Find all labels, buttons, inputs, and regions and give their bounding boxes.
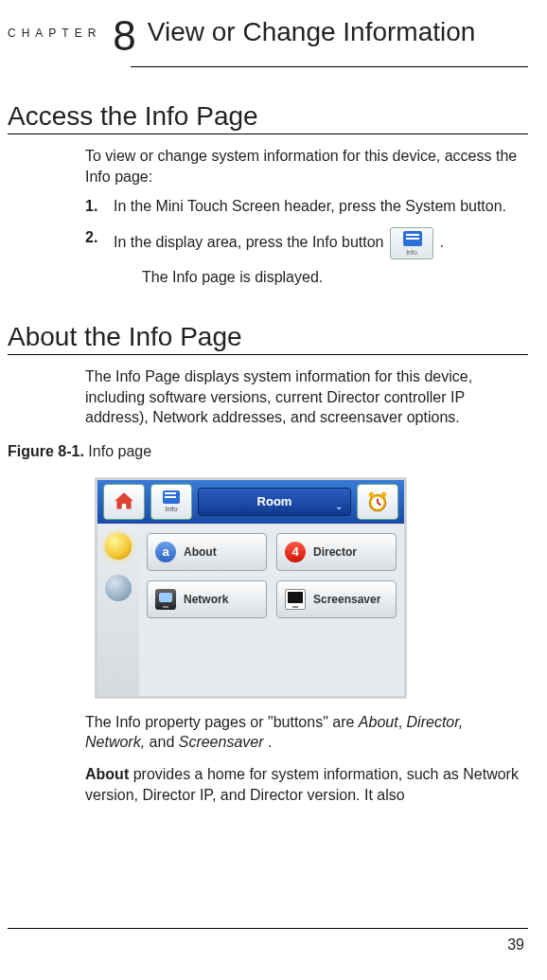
section-access: Access the Info Page To view or change s…	[8, 101, 528, 288]
buttons-para-and: and	[150, 734, 179, 750]
info-button-icon: Info	[390, 227, 433, 259]
access-steps: 1. In the Mini Touch Screen header, pres…	[85, 196, 522, 288]
chapter-header: CHAPTER 8 View or Change Information	[8, 17, 528, 57]
step2-after: .	[439, 234, 443, 250]
btn-name-director: Director,	[407, 714, 464, 730]
chapter-label: CHAPTER	[8, 27, 101, 40]
about-bold: About	[85, 766, 129, 782]
about-intro: The Info Page displays system informatio…	[85, 366, 522, 428]
globe-icon	[105, 575, 132, 601]
step-text: In the display area, press the Info butt…	[114, 227, 522, 288]
info-icon-label: Info	[391, 248, 432, 258]
chapter-rule	[131, 66, 528, 67]
director-icon	[285, 542, 306, 562]
step-number: 2.	[85, 227, 104, 248]
network-icon	[155, 589, 176, 610]
step-1: 1. In the Mini Touch Screen header, pres…	[85, 196, 522, 217]
figure-info-page: Info Room ⌄ About	[95, 477, 528, 699]
about-paragraph: About provides a home for system informa…	[85, 764, 522, 805]
figure-caption: Figure 8-1. Info page	[8, 443, 528, 460]
chevron-down-icon: ⌄	[335, 501, 343, 511]
screenshot-body: About Director Network Screensaver	[97, 524, 404, 696]
svg-point-3	[381, 491, 386, 496]
screensaver-icon	[285, 589, 306, 610]
screenshot-button-grid: About Director Network Screensaver	[139, 524, 404, 696]
footer-rule	[8, 928, 528, 929]
home-icon	[103, 484, 145, 520]
chapter-number: 8	[113, 15, 135, 57]
screensaver-button-label: Screensaver	[313, 593, 380, 606]
info-tab-label: Info	[165, 505, 177, 513]
network-button-label: Network	[184, 593, 228, 606]
btn-name-screensaver: Screensaver	[179, 734, 264, 750]
access-intro: To view or change system information for…	[85, 146, 522, 187]
about-icon	[155, 542, 176, 562]
btn-name-network: Network,	[85, 734, 145, 750]
step-2: 2. In the display area, press the Info b…	[85, 227, 522, 288]
step-number: 1.	[85, 196, 104, 217]
section-about: About the Info Page The Info Page displa…	[8, 322, 528, 805]
section-rule	[8, 134, 528, 134]
director-button-label: Director	[313, 545, 357, 559]
page-number: 39	[507, 936, 524, 953]
screensaver-button: Screensaver	[276, 580, 397, 618]
section-rule	[8, 354, 528, 355]
buttons-para-before: The Info property pages or "buttons" are	[85, 714, 359, 730]
step2-result: The Info page is displayed.	[142, 267, 522, 288]
about-button: About	[147, 533, 267, 571]
chapter-title: View or Change Information	[148, 17, 528, 47]
step2-before: In the display area, press the Info butt…	[114, 234, 388, 250]
screenshot-sidebar	[97, 524, 139, 696]
svg-point-2	[369, 491, 374, 496]
room-dropdown: Room ⌄	[198, 488, 351, 516]
clock-icon	[357, 484, 398, 520]
buttons-paragraph: The Info property pages or "buttons" are…	[85, 712, 522, 753]
room-label: Room	[257, 494, 292, 508]
btn-name-about: About	[359, 714, 398, 730]
lightbulb-icon	[105, 533, 132, 560]
section-title-about: About the Info Page	[8, 322, 528, 352]
figure-caption-text: Info page	[88, 443, 151, 459]
screenshot-topbar: Info Room ⌄	[97, 480, 404, 524]
info-tab-icon: Info	[150, 484, 192, 520]
figure-label: Figure 8-1.	[8, 443, 84, 459]
step-text: In the Mini Touch Screen header, press t…	[114, 196, 522, 217]
buttons-para-after: .	[268, 734, 272, 750]
about-text: provides a home for system information, …	[85, 766, 519, 803]
network-button: Network	[147, 580, 267, 618]
about-button-label: About	[184, 545, 217, 559]
section-title-access: Access the Info Page	[8, 101, 528, 132]
director-button: Director	[276, 533, 397, 571]
screenshot: Info Room ⌄ About	[95, 477, 407, 699]
